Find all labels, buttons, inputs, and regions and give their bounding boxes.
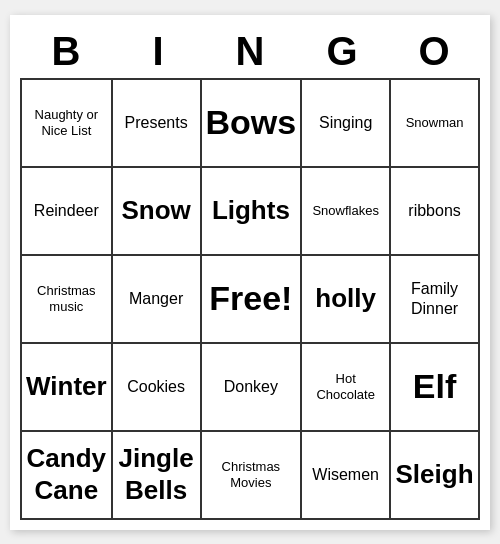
bingo-header: BINGO	[20, 25, 480, 78]
bingo-cell[interactable]: Christmas music	[22, 256, 113, 344]
bingo-cell[interactable]: Elf	[391, 344, 480, 432]
cell-text: Donkey	[224, 377, 278, 396]
cell-text: Singing	[319, 113, 372, 132]
bingo-cell[interactable]: Presents	[113, 80, 202, 168]
bingo-cell[interactable]: Snowman	[391, 80, 480, 168]
bingo-cell[interactable]: Bows	[202, 80, 303, 168]
bingo-cell[interactable]: Family Dinner	[391, 256, 480, 344]
cell-text: Presents	[125, 113, 188, 132]
cell-text: Manger	[129, 289, 183, 308]
bingo-cell[interactable]: Cookies	[113, 344, 202, 432]
bingo-cell[interactable]: Donkey	[202, 344, 303, 432]
cell-text: Snowflakes	[312, 203, 378, 219]
cell-text: Winter	[26, 371, 107, 402]
bingo-cell[interactable]: Manger	[113, 256, 202, 344]
header-letter: I	[112, 25, 204, 78]
bingo-cell[interactable]: Christmas Movies	[202, 432, 303, 520]
bingo-cell[interactable]: Winter	[22, 344, 113, 432]
cell-text: Hot Chocolate	[306, 371, 385, 402]
header-letter: G	[296, 25, 388, 78]
bingo-cell[interactable]: Candy Cane	[22, 432, 113, 520]
bingo-cell[interactable]: Wisemen	[302, 432, 391, 520]
bingo-cell[interactable]: Singing	[302, 80, 391, 168]
bingo-cell[interactable]: ribbons	[391, 168, 480, 256]
bingo-cell[interactable]: Free!	[202, 256, 303, 344]
cell-text: ribbons	[408, 201, 460, 220]
cell-text: Snow	[121, 195, 190, 226]
header-letter: N	[204, 25, 296, 78]
bingo-cell[interactable]: Jingle Bells	[113, 432, 202, 520]
bingo-cell[interactable]: Naughty or Nice List	[22, 80, 113, 168]
cell-text: Cookies	[127, 377, 185, 396]
cell-text: Family Dinner	[395, 279, 474, 317]
bingo-cell[interactable]: Snow	[113, 168, 202, 256]
cell-text: Candy Cane	[26, 443, 107, 505]
cell-text: Bows	[206, 102, 297, 143]
cell-text: Elf	[413, 366, 456, 407]
cell-text: Jingle Bells	[117, 443, 196, 505]
cell-text: Snowman	[406, 115, 464, 131]
cell-text: holly	[315, 283, 376, 314]
bingo-cell[interactable]: Snowflakes	[302, 168, 391, 256]
header-letter: O	[388, 25, 480, 78]
cell-text: Lights	[212, 195, 290, 226]
cell-text: Sleigh	[396, 459, 474, 490]
cell-text: Naughty or Nice List	[26, 107, 107, 138]
bingo-cell[interactable]: Sleigh	[391, 432, 480, 520]
bingo-cell[interactable]: Reindeer	[22, 168, 113, 256]
cell-text: Wisemen	[312, 465, 379, 484]
bingo-cell[interactable]: Hot Chocolate	[302, 344, 391, 432]
bingo-card: BINGO Naughty or Nice ListPresentsBowsSi…	[10, 15, 490, 530]
header-letter: B	[20, 25, 112, 78]
cell-text: Christmas Movies	[206, 459, 297, 490]
cell-text: Christmas music	[26, 283, 107, 314]
cell-text: Reindeer	[34, 201, 99, 220]
bingo-cell[interactable]: holly	[302, 256, 391, 344]
bingo-grid: Naughty or Nice ListPresentsBowsSingingS…	[20, 78, 480, 520]
bingo-cell[interactable]: Lights	[202, 168, 303, 256]
cell-text: Free!	[209, 278, 292, 319]
